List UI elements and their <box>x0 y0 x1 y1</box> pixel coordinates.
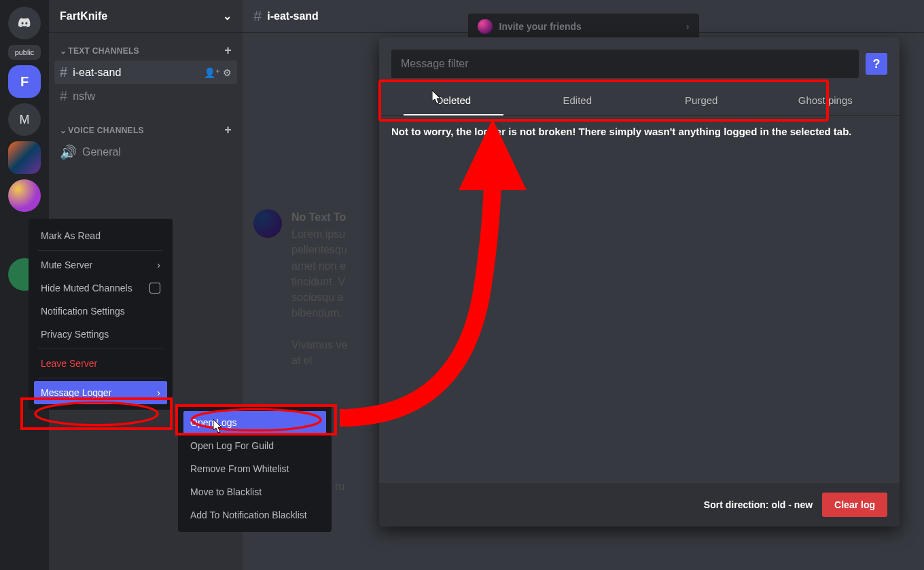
chevron-right-icon: › <box>157 387 160 398</box>
tab-ghost-pings[interactable]: Ghost pings <box>764 88 888 115</box>
hash-icon: # <box>60 65 67 80</box>
empty-log-message: Not to worry, the logger is not broken! … <box>391 126 887 137</box>
add-voice-channel-button[interactable]: + <box>224 123 232 137</box>
sub-remove-whitelist[interactable]: Remove From Whitelist <box>183 457 326 480</box>
tab-edited[interactable]: Edited <box>516 88 640 115</box>
sub-open-logs[interactable]: Open Logs <box>183 411 326 434</box>
server-m[interactable]: M <box>8 103 41 136</box>
server-name: FartKnife <box>60 10 107 22</box>
speaker-icon: 🔊 <box>60 144 77 160</box>
ctx-mute-server[interactable]: Mute Server› <box>34 253 167 277</box>
ctx-privacy-settings[interactable]: Privacy Settings <box>34 323 167 346</box>
sub-open-log-guild[interactable]: Open Log For Guild <box>183 434 326 457</box>
message-filter-input[interactable] <box>391 50 859 78</box>
checkbox-icon <box>149 283 160 293</box>
chevron-right-icon: › <box>157 260 160 270</box>
server-fartknife[interactable]: F <box>8 65 41 98</box>
tab-deleted[interactable]: Deleted <box>391 88 516 115</box>
invite-icon[interactable]: 👤⁺ <box>204 67 220 78</box>
message-author: No Text To <box>291 209 347 225</box>
chevron-down-icon: ⌄ <box>223 10 232 22</box>
caret-down-icon: ⌄ <box>60 126 67 135</box>
text-channels-header[interactable]: ⌄ TEXT CHANNELS + <box>54 41 237 60</box>
channel-title: i-eat-sand <box>267 10 319 22</box>
server-context-menu: Mark As Read Mute Server› Hide Muted Cha… <box>29 219 173 410</box>
public-badge[interactable]: public <box>8 45 41 60</box>
ctx-leave-server[interactable]: Leave Server <box>34 352 167 375</box>
discord-icon <box>18 16 31 30</box>
ctx-mark-as-read[interactable]: Mark As Read <box>34 224 167 247</box>
server-icon-2[interactable] <box>8 179 41 212</box>
help-button[interactable]: ? <box>866 53 887 75</box>
sub-move-blacklist[interactable]: Move to Blacklist <box>183 480 326 503</box>
logger-tabs: Deleted Edited Purged Ghost pings <box>379 88 900 116</box>
ctx-hide-muted-channels[interactable]: Hide Muted Channels <box>34 277 167 300</box>
invite-orb-icon <box>478 19 493 34</box>
tab-purged[interactable]: Purged <box>639 88 764 115</box>
clear-log-button[interactable]: Clear log <box>822 493 887 517</box>
chevron-right-icon: › <box>686 21 690 32</box>
channel-i-eat-sand[interactable]: # i-eat-sand 👤⁺ ⚙ <box>54 60 237 84</box>
avatar[interactable] <box>253 209 282 238</box>
voice-general[interactable]: 🔊 General <box>54 140 237 164</box>
server-icon-1[interactable] <box>8 141 41 174</box>
discord-home-button[interactable] <box>8 7 41 39</box>
hash-icon: # <box>253 7 262 25</box>
channel-nsfw[interactable]: # nsfw <box>54 84 237 108</box>
message-logger-modal: ? Deleted Edited Purged Ghost pings Not … <box>379 37 900 527</box>
ctx-message-logger[interactable]: Message Logger› <box>34 381 167 404</box>
sub-add-notification-blacklist[interactable]: Add To Notification Blacklist <box>183 503 326 527</box>
add-text-channel-button[interactable]: + <box>224 43 232 58</box>
hash-icon: # <box>60 88 67 104</box>
voice-channels-header[interactable]: ⌄ VOICE CHANNELS + <box>54 120 237 140</box>
message-logger-submenu: Open Logs Open Log For Guild Remove From… <box>178 406 332 532</box>
ctx-notification-settings[interactable]: Notification Settings <box>34 300 167 323</box>
caret-down-icon: ⌄ <box>60 46 67 56</box>
server-header[interactable]: FartKnife ⌄ <box>49 0 243 33</box>
gear-icon[interactable]: ⚙ <box>223 67 232 78</box>
sort-direction-label[interactable]: Sort direction: old - new <box>704 499 813 510</box>
